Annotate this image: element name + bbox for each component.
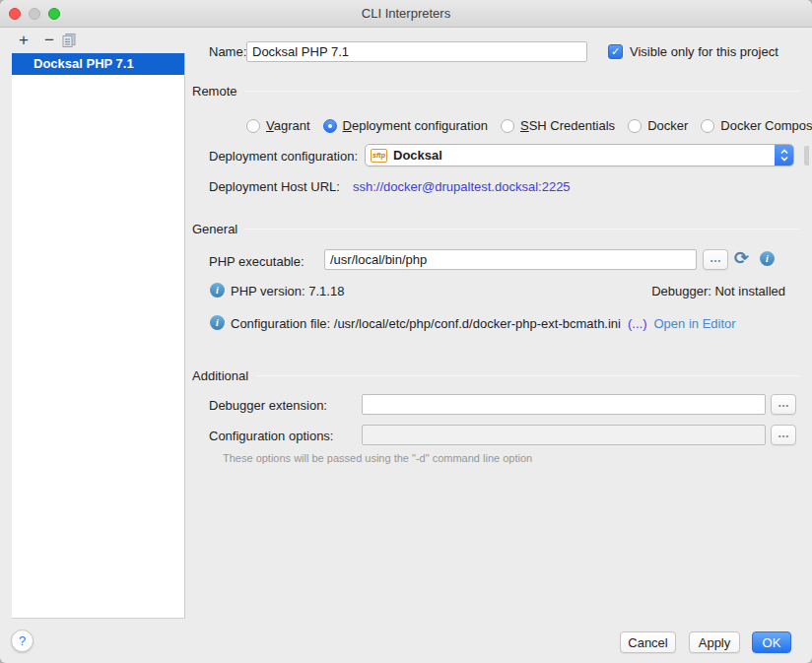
section-general: General — [192, 221, 799, 236]
php-executable-label: PHP executable: — [209, 254, 304, 269]
name-input[interactable] — [246, 41, 587, 62]
apply-button[interactable]: Apply — [689, 631, 740, 653]
radio-docker[interactable]: Docker — [628, 118, 688, 133]
open-in-editor-link[interactable]: Open in Editor — [653, 316, 735, 331]
deployment-configuration-select[interactable]: sftp Docksal — [365, 144, 794, 166]
minimize-window-button — [29, 8, 40, 20]
deployment-host-url-link[interactable]: ssh://docker@drupaltest.docksal:2225 — [353, 179, 571, 194]
configuration-file-text: Configuration file: /usr/local/etc/php/c… — [231, 316, 621, 331]
visible-only-checkbox-label[interactable]: Visible only for this project — [630, 44, 778, 59]
show-phpinfo-icon[interactable]: i — [760, 251, 775, 266]
section-divider — [245, 91, 799, 92]
configuration-file-row: Configuration file: /usr/local/etc/php/c… — [231, 316, 736, 331]
deployment-configuration-value: Docksal — [393, 148, 442, 163]
question-mark-icon: ? — [19, 633, 26, 648]
radio-docker-label: Docker — [647, 118, 688, 133]
plus-icon: + — [19, 31, 29, 49]
titlebar: CLI Interpreters — [0, 0, 812, 28]
configuration-file-more-link[interactable]: (...) — [628, 316, 647, 331]
radio-circle — [246, 119, 260, 133]
sftp-server-icon: sftp — [371, 149, 387, 163]
radio-vagrant-label: Vagrant — [266, 118, 310, 133]
radio-circle-selected — [323, 119, 337, 133]
section-divider — [256, 375, 799, 376]
list-item-interpreter[interactable]: Docksal PHP 7.1 — [12, 53, 184, 75]
radio-circle — [501, 119, 514, 133]
info-icon: i — [210, 283, 225, 298]
deployment-configuration-label: Deployment configuration: — [209, 149, 358, 164]
section-general-label: General — [192, 222, 237, 236]
name-label: Name: — [209, 44, 246, 59]
reload-phpinfo-icon[interactable]: ⟳ — [734, 247, 749, 269]
debugger-status-text: Debugger: Not installed — [651, 284, 785, 298]
radio-ssh-credentials[interactable]: SSH Credentials — [501, 118, 615, 133]
help-button[interactable]: ? — [11, 630, 34, 652]
radio-docker-compose-label: Docker Compose — [720, 118, 812, 133]
remote-type-radio-group: Vagrant Deployment configuration SSH Cre… — [246, 118, 812, 133]
radio-ssh-credentials-label: SSH Credentials — [520, 118, 615, 133]
radio-circle — [701, 119, 714, 133]
clipped-browse-button[interactable] — [804, 146, 809, 166]
ellipsis-icon: … — [778, 396, 789, 410]
debugger-extension-browse-button[interactable]: … — [771, 394, 796, 415]
remove-interpreter-button[interactable]: − — [39, 31, 59, 50]
window-title: CLI Interpreters — [0, 0, 812, 28]
radio-deployment-configuration-label: Deployment configuration — [343, 118, 488, 133]
interpreter-list: Docksal PHP 7.1 — [12, 53, 185, 619]
php-version-text: PHP version: 7.1.18 — [231, 284, 344, 298]
chevron-up-down-icon — [775, 145, 793, 166]
section-divider — [245, 229, 799, 230]
info-icon: i — [210, 315, 225, 330]
cancel-button[interactable]: Cancel — [620, 631, 676, 653]
check-icon: ✓ — [611, 45, 620, 58]
configuration-options-hint: These options will be passed using the "… — [223, 452, 532, 464]
traffic-lights — [9, 8, 60, 20]
configuration-options-browse-button[interactable]: … — [771, 425, 796, 445]
ellipsis-icon: … — [778, 427, 789, 440]
zoom-window-button[interactable] — [48, 8, 60, 20]
configuration-options-input[interactable] — [362, 425, 766, 445]
section-remote: Remote — [192, 83, 799, 99]
section-additional: Additional — [192, 367, 799, 383]
add-interpreter-button[interactable]: + — [14, 31, 34, 50]
deployment-host-url-label: Deployment Host URL: — [209, 179, 340, 194]
configuration-options-label: Configuration options: — [209, 429, 333, 443]
radio-vagrant[interactable]: Vagrant — [246, 118, 310, 133]
ellipsis-icon: … — [710, 251, 721, 265]
section-additional-label: Additional — [192, 368, 248, 383]
minus-icon: − — [44, 31, 54, 49]
section-remote-label: Remote — [192, 84, 237, 99]
copy-icon — [61, 33, 81, 48]
debugger-extension-label: Debugger extension: — [209, 398, 327, 413]
radio-circle — [628, 119, 642, 133]
close-window-button[interactable] — [9, 8, 21, 20]
radio-docker-compose[interactable]: Docker Compose — [701, 118, 812, 133]
php-executable-input[interactable] — [324, 249, 697, 270]
cli-interpreters-dialog: CLI Interpreters + − Docksal PHP 7.1 Nam… — [0, 0, 812, 663]
php-executable-browse-button[interactable]: … — [703, 249, 728, 270]
visible-only-checkbox[interactable]: ✓ — [608, 44, 623, 59]
duplicate-interpreter-button[interactable] — [61, 33, 81, 52]
radio-deployment-configuration[interactable]: Deployment configuration — [323, 118, 488, 133]
debugger-extension-input[interactable] — [362, 394, 766, 415]
ok-button[interactable]: OK — [752, 631, 791, 653]
